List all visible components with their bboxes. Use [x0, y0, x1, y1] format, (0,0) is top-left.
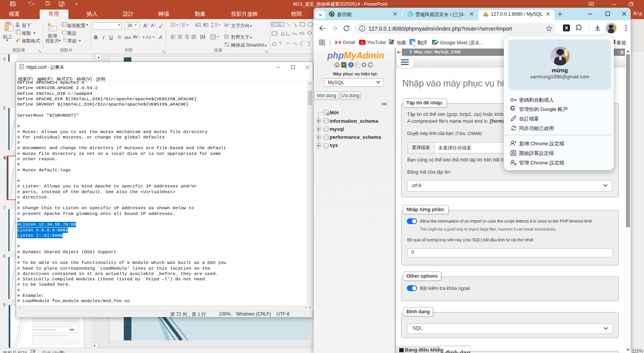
svg-text:▼: ▼: [75, 3, 78, 6]
svg-text:G: G: [413, 45, 415, 47]
svg-text:▼: ▼: [33, 3, 36, 5]
svg-text:?: ?: [350, 63, 352, 67]
svg-text:PMA: PMA: [484, 15, 489, 17]
svg-text:1: 1: [180, 23, 181, 25]
svg-text:2: 2: [180, 25, 181, 28]
